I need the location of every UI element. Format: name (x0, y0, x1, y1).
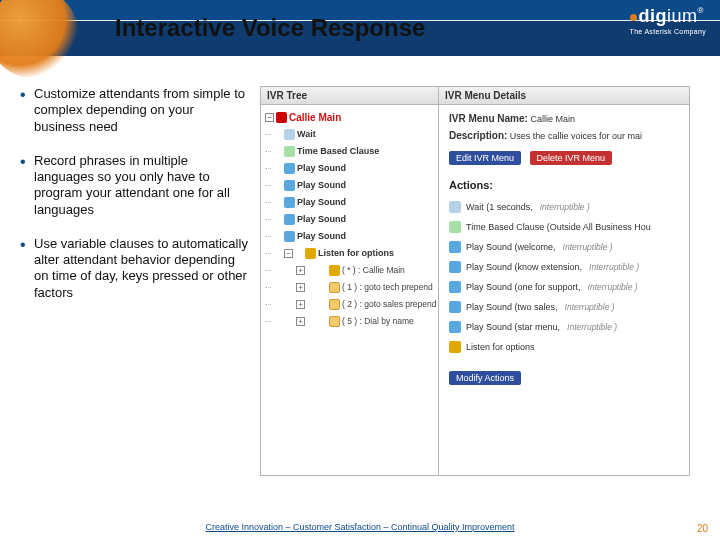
edit-ivr-button[interactable]: Edit IVR Menu (449, 151, 521, 165)
action-row: Play Sound (know extension,Interruptible… (449, 257, 679, 277)
tree-node[interactable]: Play Sound (265, 194, 438, 211)
action-row: Listen for options (449, 337, 679, 357)
modify-actions-button[interactable]: Modify Actions (449, 371, 521, 385)
tree-node[interactable]: +( 1 ) : goto tech prepend (265, 279, 438, 296)
ivr-tree: −Callie Main Wait Time Based Clause Play… (261, 105, 438, 334)
tree-node[interactable]: Play Sound (265, 160, 438, 177)
brand-reg: ® (698, 6, 704, 15)
logo-dot-icon (630, 14, 637, 21)
tree-root[interactable]: −Callie Main (265, 109, 438, 126)
tree-node[interactable]: Play Sound (265, 177, 438, 194)
play-icon (284, 163, 295, 174)
page-number: 20 (697, 523, 708, 534)
expand-icon[interactable]: + (296, 317, 305, 326)
expand-icon[interactable]: + (296, 283, 305, 292)
tree-node[interactable]: Play Sound (265, 228, 438, 245)
tree-node[interactable]: +( * ) : Callie Main (265, 262, 438, 279)
play-icon (284, 180, 295, 191)
action-row: Play Sound (one for support,Interruptibl… (449, 277, 679, 297)
time-icon (284, 146, 295, 157)
menu-icon (276, 112, 287, 123)
bullet-item: Record phrases in multiple languages so … (20, 153, 248, 218)
tree-node[interactable]: +( 2 ) : goto sales prepend (265, 296, 438, 313)
folder-icon (329, 299, 340, 310)
brand-suffix: ium (667, 6, 698, 26)
bullet-item: Use variable clauses to automatically al… (20, 236, 248, 301)
brand-logo: digium® The Asterisk Company (630, 6, 706, 35)
bullet-item: Customize attendants from simple to comp… (20, 86, 248, 135)
action-row: Play Sound (two sales,Interruptible ) (449, 297, 679, 317)
screenshot-panel: IVR Tree −Callie Main Wait Time Based Cl… (260, 86, 700, 496)
action-row: Wait (1 seconds,Interruptible ) (449, 197, 679, 217)
ivr-details-header: IVR Menu Details (439, 87, 689, 105)
wait-icon (284, 129, 295, 140)
action-row: Play Sound (star menu,Interruptible ) (449, 317, 679, 337)
expand-icon[interactable]: + (296, 300, 305, 309)
brand-prefix: dig (639, 6, 668, 26)
folder-icon (329, 282, 340, 293)
menu-name-row: IVR Menu Name: Callie Main (449, 113, 679, 124)
play-icon (449, 321, 461, 333)
tree-node[interactable]: Time Based Clause (265, 143, 438, 160)
ivr-tree-header: IVR Tree (261, 87, 438, 105)
tree-node[interactable]: +( 5 ) : Dial by name (265, 313, 438, 330)
wait-icon (449, 201, 461, 213)
page-title: Interactive Voice Response (115, 14, 425, 42)
listen-icon (305, 248, 316, 259)
play-icon (449, 261, 461, 273)
play-icon (449, 241, 461, 253)
tree-node[interactable]: −Listen for options (265, 245, 438, 262)
delete-ivr-button[interactable]: Delete IVR Menu (530, 151, 613, 165)
listen-icon (449, 341, 461, 353)
tree-node[interactable]: Wait (265, 126, 438, 143)
actions-heading: Actions: (449, 179, 679, 191)
play-icon (284, 214, 295, 225)
collapse-icon[interactable]: − (265, 113, 274, 122)
time-icon (449, 221, 461, 233)
footer-tagline: Creative Innovation – Customer Satisfact… (0, 522, 720, 532)
ivr-app: IVR Tree −Callie Main Wait Time Based Cl… (260, 86, 690, 476)
collapse-icon[interactable]: − (284, 249, 293, 258)
ivr-tree-pane: IVR Tree −Callie Main Wait Time Based Cl… (261, 87, 439, 475)
expand-icon[interactable]: + (296, 266, 305, 275)
star-icon (329, 265, 340, 276)
description-row: Description: Uses the callie voices for … (449, 130, 679, 141)
action-row: Play Sound (welcome,Interruptible ) (449, 237, 679, 257)
tree-node[interactable]: Play Sound (265, 211, 438, 228)
play-icon (449, 301, 461, 313)
header-band: Interactive Voice Response digium® The A… (0, 0, 720, 56)
play-icon (449, 281, 461, 293)
ivr-details-pane: IVR Menu Details IVR Menu Name: Callie M… (439, 87, 689, 475)
action-row: Time Based Clause (Outside All Business … (449, 217, 679, 237)
play-icon (284, 231, 295, 242)
content: Customize attendants from simple to comp… (0, 56, 720, 496)
brand-tagline: The Asterisk Company (630, 28, 706, 35)
bullet-list: Customize attendants from simple to comp… (20, 86, 260, 496)
folder-icon (329, 316, 340, 327)
play-icon (284, 197, 295, 208)
